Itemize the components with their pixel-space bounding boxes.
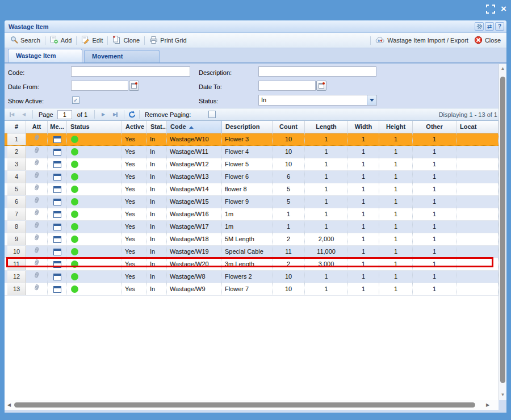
grid-row-11-highlighted[interactable]: 11YesInWastage/W203m Length23,000111 [5,258,499,271]
add-button[interactable]: Add [47,35,75,47]
refresh-titlebar-icon[interactable]: ⇄ [485,22,494,31]
column-header-me[interactable]: Me... [48,121,67,133]
memo-icon[interactable] [53,174,61,180]
grid-row-7[interactable]: 7YesInWastage/W161m11111 [5,208,499,221]
scroll-up-icon[interactable]: ▲ [499,66,506,71]
grid-row-9[interactable]: 9YesInWastage/W185M Length22,000111 [5,233,499,246]
page-prev-button[interactable]: ◀ [19,110,29,120]
paperclip-icon[interactable] [33,258,41,270]
memo-icon[interactable] [53,224,61,230]
page-number-input[interactable] [57,110,72,119]
memo-icon[interactable] [53,249,61,255]
paperclip-icon[interactable] [33,146,41,158]
cell-me[interactable] [48,246,67,258]
cell-att[interactable] [26,271,48,283]
cell-me[interactable] [48,196,67,208]
column-header-height[interactable]: Height [379,121,413,133]
memo-icon[interactable] [53,149,61,156]
grid-row-2[interactable]: 2YesInWastage/W11Flower 4101111 [5,146,499,158]
window-close-icon[interactable]: × [501,5,506,14]
cell-me[interactable] [48,258,67,270]
cell-att[interactable] [26,158,48,170]
date-from-picker-icon[interactable] [129,81,139,91]
cell-att[interactable] [26,196,48,208]
column-header-stat[interactable]: Stat... [147,121,167,133]
cell-att[interactable] [26,133,48,145]
memo-icon[interactable] [53,211,61,218]
cell-me[interactable] [48,283,67,295]
settings-icon[interactable] [475,22,484,31]
cell-me[interactable] [48,271,67,283]
memo-icon[interactable] [53,161,61,168]
refresh-grid-icon[interactable] [128,111,136,119]
memo-icon[interactable] [53,136,61,143]
cell-me[interactable] [48,221,67,233]
cell-att[interactable] [26,258,48,270]
scroll-right-icon[interactable]: ▶ [486,400,489,410]
horizontal-scrollbar[interactable]: ◀ ▶ [5,400,499,410]
memo-icon[interactable] [53,199,61,205]
memo-icon[interactable] [53,274,61,280]
description-input[interactable] [258,66,376,77]
grid-row-1[interactable]: 1YesInWastage/W10Flower 3101111 [5,133,499,146]
column-header-other[interactable]: Other [413,121,456,133]
paperclip-icon[interactable] [33,158,41,170]
code-input[interactable] [71,66,190,77]
paperclip-icon[interactable] [33,133,41,145]
cell-att[interactable] [26,208,48,220]
paperclip-icon[interactable] [33,221,41,233]
grid-row-8[interactable]: 8YesInWastage/W171m11111 [5,221,499,233]
page-last-button[interactable]: ▶ [110,110,120,120]
grid-row-5[interactable]: 5YesInWastage/W14flower 851111 [5,183,499,196]
grid-row-3[interactable]: 3YesInWastage/W12Flower 5101111 [5,158,499,171]
status-select[interactable]: In [258,95,377,106]
cell-att[interactable] [26,183,48,195]
column-header-desc[interactable]: Description [222,121,273,133]
grid-row-6[interactable]: 6YesInWastage/W15Flower 951111 [5,196,499,208]
memo-icon[interactable] [53,261,61,268]
vertical-scrollbar[interactable]: ▲ ▼ [499,64,506,400]
page-next-button[interactable]: ▶ [98,110,108,120]
paperclip-icon[interactable] [33,196,41,208]
vertical-scrollbar-thumb[interactable] [500,77,505,383]
fullscreen-icon[interactable] [486,5,495,14]
paperclip-icon[interactable] [33,208,41,220]
print-grid-button[interactable]: Print Grid [146,35,189,47]
column-header-status[interactable]: Status [67,121,122,133]
cell-att[interactable] [26,246,48,258]
clone-button[interactable]: Clone [110,35,143,47]
memo-icon[interactable] [53,236,61,243]
paperclip-icon[interactable] [33,246,41,258]
column-header-count[interactable]: Count [273,121,305,133]
paperclip-icon[interactable] [33,183,41,195]
column-header-length[interactable]: Length [305,121,348,133]
memo-icon[interactable] [53,186,61,193]
memo-icon[interactable] [53,286,61,293]
column-header-num[interactable]: # [7,121,26,133]
import-export-button[interactable]: Wastage Item Import / Export [372,35,471,46]
cell-me[interactable] [48,208,67,220]
column-header-locat[interactable]: Locat [456,121,499,133]
chevron-down-icon[interactable] [367,95,376,105]
paperclip-icon[interactable] [33,283,41,295]
remove-paging-checkbox[interactable] [208,111,216,118]
cell-att[interactable] [26,171,48,183]
column-header-att[interactable]: Att [26,121,48,133]
help-icon[interactable]: ? [495,22,504,31]
cell-att[interactable] [26,146,48,158]
close-button[interactable]: Close [471,35,504,47]
date-to-input[interactable] [258,81,316,91]
column-header-code[interactable]: Code [167,121,222,133]
scroll-left-icon[interactable]: ◀ [7,400,11,410]
tab-movement[interactable]: Movement [84,50,160,62]
date-to-picker-icon[interactable] [316,81,326,91]
grid-row-4[interactable]: 4YesInWastage/W13Flower 661111 [5,171,499,183]
show-active-checkbox[interactable]: ✓ [72,96,79,104]
cell-me[interactable] [48,171,67,183]
grid-row-13[interactable]: 13YesInWastage/W9Flower 7101111 [5,283,499,296]
cell-att[interactable] [26,283,48,295]
paperclip-icon[interactable] [33,271,41,283]
column-header-active[interactable]: Active [122,121,147,133]
page-first-button[interactable]: ◀ [7,110,17,120]
paperclip-icon[interactable] [33,233,41,245]
